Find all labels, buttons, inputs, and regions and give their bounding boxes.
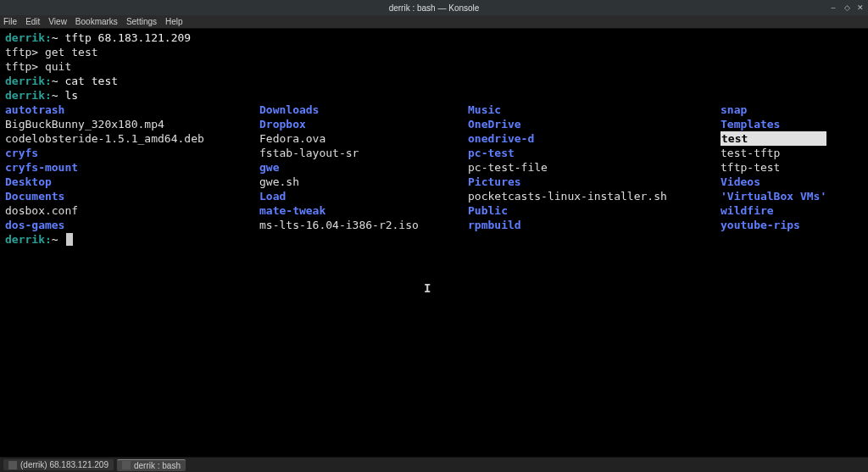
prompt-path: ~ bbox=[52, 75, 58, 87]
ls-entry: pc-test bbox=[468, 146, 721, 160]
menu-help[interactable]: Help bbox=[165, 17, 183, 26]
terminal-output[interactable]: derrik:~ tftp 68.183.121.209 tftp> get t… bbox=[0, 29, 868, 457]
ls-entry: gwe bbox=[259, 160, 468, 175]
terminal-line: tftp> quit bbox=[5, 59, 863, 74]
menu-file[interactable]: File bbox=[3, 17, 17, 26]
ls-entry: Desktop bbox=[5, 175, 259, 189]
ls-entry: Downloads bbox=[259, 103, 468, 117]
ls-entry: pocketcasts-linux-installer.sh bbox=[468, 189, 721, 203]
prompt-user: derrik bbox=[5, 31, 45, 44]
terminal-icon bbox=[8, 461, 17, 469]
ls-entry: cryfs bbox=[5, 146, 259, 160]
taskbar-item[interactable]: (derrik) 68.183.121.209 bbox=[3, 459, 114, 470]
ls-entry: gwe.sh bbox=[259, 175, 468, 189]
ls-entry: ms-lts-16.04-i386-r2.iso bbox=[259, 218, 468, 232]
terminal-line: derrik:~ tftp 68.183.121.209 bbox=[5, 31, 863, 45]
ls-entry: Templates bbox=[721, 117, 826, 131]
ls-entry: mate-tweak bbox=[259, 203, 468, 218]
titlebar: derrik : bash — Konsole – ◇ ✕ bbox=[0, 0, 868, 15]
menu-bookmarks[interactable]: Bookmarks bbox=[75, 17, 118, 26]
menu-settings[interactable]: Settings bbox=[126, 17, 157, 26]
terminal-line: derrik:~ ls bbox=[5, 88, 863, 103]
ls-entry: Documents bbox=[5, 189, 259, 203]
ls-entry: dosbox.conf bbox=[5, 203, 259, 218]
ls-entry: cryfs-mount bbox=[5, 160, 259, 175]
ls-entry: Pictures bbox=[468, 175, 721, 189]
ls-entry: fstab-layout-sr bbox=[259, 146, 468, 160]
ls-entry: wildfire bbox=[721, 203, 826, 218]
ls-entry: BigBuckBunny_320x180.mp4 bbox=[5, 117, 259, 131]
output-text: tftp> quit bbox=[5, 60, 71, 73]
taskbar: (derrik) 68.183.121.209 derrik : bash bbox=[0, 457, 868, 472]
window-controls: – ◇ ✕ bbox=[829, 3, 865, 12]
taskbar-item-label: (derrik) 68.183.121.209 bbox=[20, 460, 108, 469]
cursor-block bbox=[66, 233, 73, 246]
close-icon[interactable]: ✕ bbox=[856, 3, 865, 12]
ls-entry: Videos bbox=[721, 175, 826, 189]
ls-entry: onedrive-d bbox=[468, 131, 721, 146]
ls-entry: Fedora.ova bbox=[259, 131, 468, 146]
output-text: tftp> get test bbox=[5, 46, 98, 58]
ls-entry: dos-games bbox=[5, 218, 259, 232]
ls-entry: snap bbox=[721, 103, 826, 117]
ls-entry: Dropbox bbox=[259, 117, 468, 131]
menubar: File Edit View Bookmarks Settings Help bbox=[0, 15, 868, 29]
prompt-user: derrik bbox=[5, 89, 45, 102]
taskbar-item-label: derrik : bash bbox=[134, 461, 181, 470]
ls-output: autotrashBigBuckBunny_320x180.mp4codelob… bbox=[5, 103, 863, 232]
menu-edit[interactable]: Edit bbox=[25, 17, 40, 26]
terminal-icon bbox=[122, 461, 131, 469]
ls-entry: Public bbox=[468, 203, 721, 218]
ls-entry: pc-test-file bbox=[468, 160, 721, 175]
command-text: ls bbox=[64, 89, 78, 102]
minimize-icon[interactable]: – bbox=[829, 3, 837, 12]
terminal-line: derrik:~ cat test bbox=[5, 74, 863, 88]
terminal-prompt-line: derrik:~ bbox=[5, 232, 863, 247]
terminal-line: tftp> get test bbox=[5, 45, 863, 59]
ls-entry: codelobsteride-1.5.1_amd64.deb bbox=[5, 131, 259, 146]
ls-entry: test-tftp bbox=[721, 146, 826, 160]
menu-view[interactable]: View bbox=[48, 17, 67, 26]
command-text: cat test bbox=[64, 75, 118, 87]
prompt-user: derrik bbox=[5, 233, 45, 246]
ls-entry: youtube-rips bbox=[721, 218, 826, 232]
prompt-path: ~ bbox=[52, 31, 58, 44]
ls-entry: test bbox=[721, 131, 826, 146]
ls-entry: Load bbox=[259, 189, 468, 203]
taskbar-item[interactable]: derrik : bash bbox=[117, 459, 186, 471]
prompt-path: ~ bbox=[52, 89, 58, 102]
prompt-user: derrik bbox=[5, 75, 45, 87]
ls-entry: Music bbox=[468, 103, 721, 117]
ls-entry: autotrash bbox=[5, 103, 259, 117]
window-title: derrik : bash — Konsole bbox=[389, 3, 480, 13]
ls-entry: tftp-test bbox=[721, 160, 826, 175]
command-text: tftp 68.183.121.209 bbox=[64, 31, 191, 44]
maximize-icon[interactable]: ◇ bbox=[843, 3, 851, 12]
ls-entry: OneDrive bbox=[468, 117, 721, 131]
ls-entry: 'VirtualBox VMs' bbox=[721, 189, 826, 203]
prompt-path: ~ bbox=[52, 233, 58, 246]
text-cursor-icon: I bbox=[424, 281, 431, 296]
ls-entry: rpmbuild bbox=[468, 218, 721, 232]
